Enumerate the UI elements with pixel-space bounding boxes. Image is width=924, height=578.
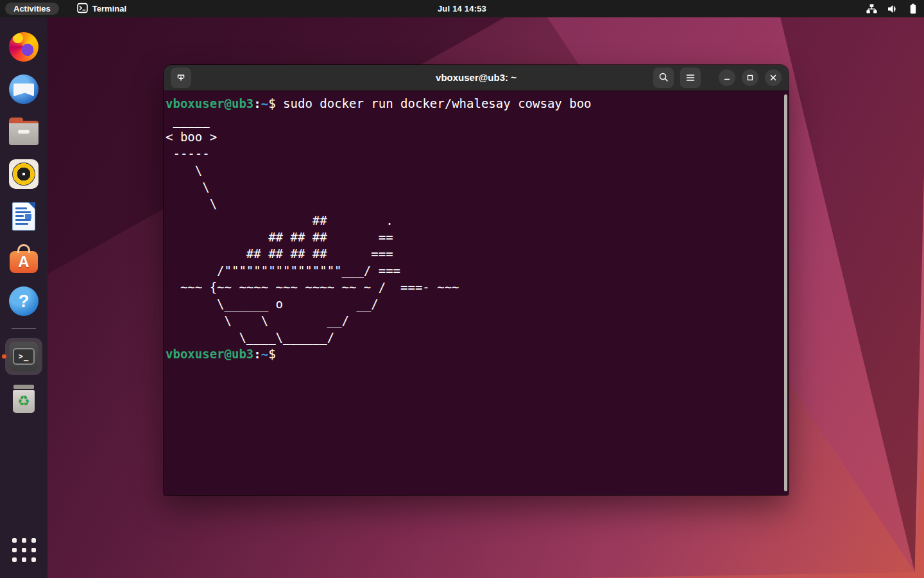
dock-item-thunderbird[interactable] [8,74,39,105]
close-icon [769,73,778,82]
software-letter: A [18,254,29,270]
top-bar: Activities Terminal Jul 14 14:53 [0,0,924,17]
whalesay-output: _____ < boo > ----- \ \ \ ## . ## ## ## … [166,112,592,346]
prompt-path: ~ [261,96,268,110]
dock: A ? >_ ♻ [0,17,47,578]
show-applications-button[interactable] [8,534,39,565]
dock-item-libreoffice-writer[interactable] [8,201,39,232]
terminal-scrollbar[interactable] [784,94,787,491]
hamburger-icon [685,73,696,83]
prompt-user: vboxuser@ub3 [166,96,253,110]
dock-item-help[interactable]: ? [8,286,39,317]
terminal-screen[interactable]: vboxuser@ub3:~$ sudo docker run docker/w… [164,91,789,495]
dock-separator [12,328,36,329]
window-title: vboxuser@ub3: ~ [436,72,517,83]
terminal-icon: >_ [9,342,38,371]
window-headerbar[interactable]: vboxuser@ub3: ~ [164,65,789,91]
clock[interactable]: Jul 14 14:53 [438,0,486,17]
dock-item-files[interactable] [8,116,39,147]
maximize-icon [746,73,755,82]
terminal-small-icon [77,3,88,15]
minimize-button[interactable] [719,69,735,86]
search-button[interactable] [653,67,674,88]
dock-item-trash[interactable]: ♻ [8,384,39,415]
maximize-button[interactable] [742,69,758,86]
command-line: vboxuser@ub3:~$ sudo docker run docker/w… [166,95,592,112]
prompt-user: vboxuser@ub3 [166,347,253,361]
minimize-icon [723,73,732,82]
terminal-prompt-glyph: >_ [19,352,29,361]
battery-icon [909,3,918,14]
focused-app-label: Terminal [92,4,126,13]
new-tab-button[interactable] [171,67,191,88]
new-prompt-line: vboxuser@ub3:~$ [166,346,592,362]
dock-item-rhythmbox[interactable] [8,159,39,189]
system-status-area[interactable] [866,0,918,17]
files-icon [9,121,38,145]
prompt-path: ~ [261,347,268,361]
show-applications-icon [12,538,36,562]
close-button[interactable] [765,69,782,86]
libreoffice-writer-icon [12,202,35,231]
volume-icon [887,4,898,14]
menu-button[interactable] [680,67,701,88]
help-icon: ? [9,286,38,316]
ubuntu-software-icon: A [10,251,38,273]
network-icon [866,4,877,13]
command-text: sudo docker run docker/whalesay cowsay b… [283,96,591,110]
terminal-text: vboxuser@ub3:~$ sudo docker run docker/w… [166,95,592,362]
thunderbird-icon [9,74,38,104]
dock-item-terminal-active[interactable]: >_ [5,338,42,375]
rhythmbox-icon [9,159,38,189]
dock-item-firefox[interactable] [8,31,39,62]
activities-button[interactable]: Activities [5,3,59,15]
focused-app-menu[interactable]: Terminal [77,3,126,15]
firefox-icon [9,32,38,62]
terminal-window: vboxuser@ub3: ~ [164,65,789,495]
recycle-glyph: ♻ [17,394,30,408]
trash-icon: ♻ [11,385,37,414]
help-question-mark: ? [19,292,30,311]
dock-item-ubuntu-software[interactable]: A [8,243,39,274]
desktop: Activities Terminal Jul 14 14:53 [0,0,924,578]
running-indicator-dot [2,355,6,359]
